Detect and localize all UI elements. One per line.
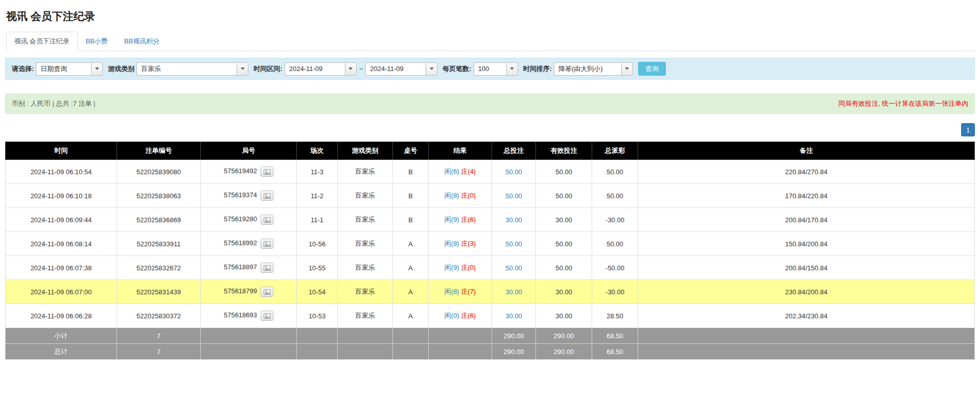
tab-betting-records[interactable]: 视讯 会员下注纪录 [6,32,78,51]
cell-total-bet: 30.00 [492,208,536,232]
cell-table-no: A [393,280,429,304]
empty-cell [201,328,297,344]
cell-payout: 50.00 [592,160,638,184]
game-type-label: 游戏类别 [108,64,134,74]
cell-note: 200.84/150.84 [638,256,975,280]
col-header-table-no: 桌号 [393,142,429,160]
empty-cell [201,344,297,360]
subtotal-valid-bet: 290.00 [536,328,592,344]
result-player: 闲(8) [445,288,459,295]
total-bet-link[interactable]: 30.00 [505,288,522,296]
total-bet-link[interactable]: 50.00 [505,168,522,176]
time-sort-input[interactable] [554,62,621,76]
cell-total-bet: 50.00 [492,232,536,256]
cell-payout: -50.00 [592,256,638,280]
empty-cell [638,328,975,344]
round-id-text: 575618992 [224,239,257,247]
cell-table-no: A [393,304,429,328]
cell-time: 2024-11-09 06:08:14 [6,232,117,256]
cell-game-type: 百家乐 [338,232,393,256]
date-range-separator: ~ [359,65,363,73]
cell-time: 2024-11-09 06:06:28 [6,304,117,328]
time-sort-dropdown-button[interactable] [621,62,633,76]
chevron-down-icon [95,67,99,70]
total-bet-link[interactable]: 30.00 [505,312,522,320]
cell-valid-bet: 50.00 [536,184,592,208]
per-page-label: 每页笔数: [442,64,471,74]
cell-game-type: 百家乐 [338,304,393,328]
betting-records-table: 时间 注单编号 局号 场次 游戏类别 桌号 结果 总投注 有效投注 总派彩 备注… [5,142,975,360]
round-id-text: 575618897 [224,263,257,271]
search-button[interactable]: 查询 [638,62,666,76]
result-player: 闲(8) [445,192,459,199]
bet-row: 2024-11-09 06:10:54522025839080575619492… [6,160,975,184]
subtotal-payout: 68.50 [592,328,638,344]
empty-cell [429,328,492,344]
round-replay-icon[interactable] [261,191,273,201]
col-header-result: 结果 [429,142,492,160]
round-replay-icon[interactable] [261,167,273,177]
query-type-input[interactable] [36,62,91,76]
col-header-valid-bet: 有效投注 [536,142,592,160]
same-round-notice-text: 同局有效投注, 统一计算在该局第一张注单内 [838,99,968,108]
cell-round-id: 575618897 [201,256,297,280]
round-replay-icon[interactable] [261,215,273,225]
total-bet-link[interactable]: 30.00 [505,216,522,224]
cell-round-id: 575618992 [201,232,297,256]
total-bet-link[interactable]: 50.00 [505,264,522,272]
total-bet-link[interactable]: 50.00 [505,192,522,200]
cell-table-no: A [393,256,429,280]
page-1-button[interactable]: 1 [961,123,975,136]
cell-result: 闲(8) 庄(3) [429,232,492,256]
round-replay-icon[interactable] [261,287,273,297]
subtotal-label: 小计 [6,328,117,344]
date-to-input[interactable] [365,62,426,76]
time-range-label: 时间区间: [253,64,282,74]
result-player: 闲(0) [445,312,459,319]
round-replay-icon[interactable] [261,239,273,249]
cell-total-bet: 50.00 [492,256,536,280]
date-from-dropdown-button[interactable] [345,62,357,76]
round-replay-icon[interactable] [261,263,273,273]
cell-note: 202.34/230.84 [638,304,975,328]
game-type-dropdown-button[interactable] [237,62,248,76]
cell-total-bet: 50.00 [492,184,536,208]
total-bet-link[interactable]: 50.00 [505,240,522,248]
result-banker: 庄(6) [461,312,476,319]
query-type-dropdown-button[interactable] [91,62,103,76]
cell-bet-id: 522025839080 [117,160,201,184]
time-sort-select [554,62,633,76]
cell-payout: 50.00 [592,232,638,256]
date-to-select [365,62,437,76]
cell-valid-bet: 30.00 [536,280,592,304]
date-from-input[interactable] [285,62,345,76]
cell-session: 10-54 [297,280,338,304]
cell-valid-bet: 30.00 [536,208,592,232]
total-total-bet: 290.00 [492,344,536,360]
per-page-input[interactable] [474,62,506,76]
page: 视讯 会员下注纪录 视讯 会员下注纪录 BB小费 BB视讯积分 请选择: 游戏类… [0,0,980,360]
per-page-select [474,62,518,76]
tab-bb-tips[interactable]: BB小费 [78,32,116,51]
cell-result: 闲(6) 庄(4) [429,160,492,184]
cell-table-no: B [393,208,429,232]
currency-summary-text: 币别 : 人民币 | 总共 :7 注单 | [12,99,96,108]
cell-total-bet: 50.00 [492,160,536,184]
bet-row: 2024-11-09 06:06:28522025830372575618693… [6,304,975,328]
cell-bet-id: 522025832672 [117,256,201,280]
cell-game-type: 百家乐 [338,184,393,208]
cell-game-type: 百家乐 [338,160,393,184]
total-valid-bet: 290.00 [536,344,592,360]
result-player: 闲(6) [445,168,459,175]
round-replay-icon[interactable] [261,311,273,321]
total-count: 7 [117,344,201,360]
round-id-text: 575619280 [224,215,257,223]
date-to-dropdown-button[interactable] [426,62,437,76]
date-from-select [285,62,357,76]
per-page-dropdown-button[interactable] [506,62,518,76]
result-banker: 庄(0) [461,264,476,271]
col-header-bet-id: 注单编号 [117,142,201,160]
tab-bb-points[interactable]: BB视讯积分 [116,32,168,51]
game-type-input[interactable] [136,62,237,76]
cell-round-id: 575618693 [201,304,297,328]
